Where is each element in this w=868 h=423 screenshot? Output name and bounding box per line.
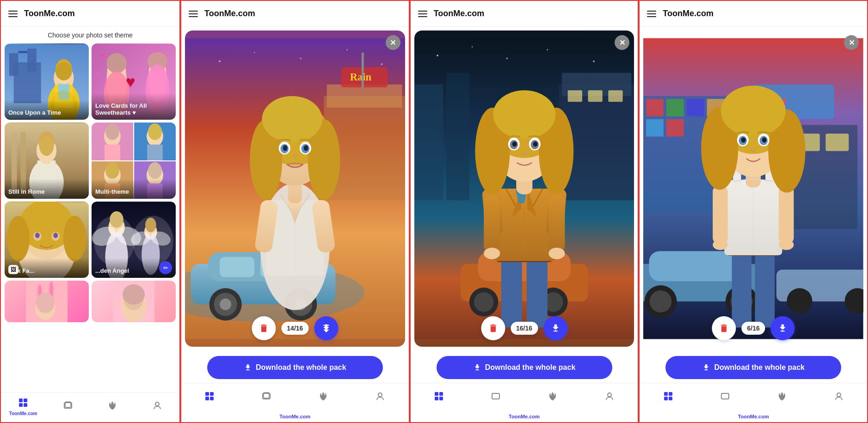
theme-label-multi: Multi-theme (92, 179, 176, 199)
svg-rect-150 (446, 73, 469, 200)
svg-rect-138 (210, 397, 214, 400)
app-title-1: ToonMe.com (24, 9, 75, 18)
theme-once-upon-time[interactable]: Once Upon a Time (5, 43, 89, 120)
theme-row-1: Once Upon a Time ♥ ♥ ♥ ♥ (5, 43, 176, 120)
svg-point-127 (262, 96, 322, 142)
nav-gallery-3[interactable] (411, 391, 468, 405)
delete-btn-3[interactable] (481, 316, 505, 340)
download-single-btn-2[interactable] (314, 316, 338, 340)
svg-rect-193 (439, 397, 443, 400)
fire-icon-3 (548, 391, 558, 404)
theme-multi[interactable]: Multi-theme (92, 123, 176, 199)
svg-rect-199 (666, 99, 684, 116)
nav-cards-3[interactable] (468, 391, 524, 405)
svg-point-52 (148, 162, 162, 178)
theme-love-cards[interactable]: ♥ ♥ ♥ ♥ ♥ (92, 43, 176, 120)
svg-point-228 (713, 239, 728, 250)
nav-gallery-2[interactable] (181, 391, 238, 405)
svg-point-143 (437, 55, 438, 56)
download-single-btn-3[interactable] (543, 316, 567, 340)
profile-icon-1 (152, 400, 162, 413)
nav-profile-3[interactable] (581, 391, 638, 405)
header-4: ToonMe.com (640, 1, 867, 27)
gallery-icon-3 (434, 391, 444, 404)
nav-gallery-4[interactable] (640, 391, 696, 405)
svg-point-37 (39, 136, 54, 156)
svg-rect-149 (414, 85, 443, 200)
nav-fire-2[interactable] (295, 391, 352, 405)
nav-profile-4[interactable] (810, 391, 867, 405)
download-area-3: Download the whole pack (411, 350, 638, 383)
hamburger-menu[interactable] (8, 11, 18, 17)
svg-rect-210 (826, 134, 849, 151)
svg-point-21 (106, 53, 126, 73)
nav-cards-2[interactable] (238, 391, 295, 405)
svg-point-141 (378, 393, 382, 397)
theme-folk[interactable]: Folk Fa... 🖼 (5, 202, 89, 278)
svg-text:♥: ♥ (101, 51, 105, 59)
theme-rome[interactable]: Still in Rome (5, 123, 89, 199)
close-btn-4[interactable]: ✕ (844, 35, 859, 50)
bottom-nav-4 (640, 383, 867, 413)
hamburger-4[interactable] (647, 11, 656, 17)
svg-rect-191 (439, 392, 443, 396)
nav-cards-4[interactable] (696, 391, 753, 405)
bottom-nav-3 (411, 383, 638, 413)
app-title-3: ToonMe.com (434, 9, 485, 18)
hamburger-3[interactable] (418, 11, 427, 17)
panel-4: ToonMe.com (639, 0, 868, 423)
panel-3: ToonMe.com (410, 0, 639, 423)
svg-rect-109 (220, 257, 254, 277)
download-pack-btn-2[interactable]: Download the whole pack (207, 356, 383, 379)
footer-label-2: ToonMe.com (181, 413, 409, 422)
bottom-nav-1: ToonMe.com (1, 392, 179, 422)
hamburger-2[interactable] (189, 11, 198, 17)
header-1: ToonMe.com (1, 1, 179, 27)
svg-rect-246 (669, 397, 672, 400)
svg-rect-204 (666, 119, 684, 137)
delete-btn-4[interactable] (712, 316, 736, 340)
svg-rect-2 (9, 53, 18, 76)
nav-fire-1[interactable] (90, 400, 135, 414)
delete-btn-2[interactable] (252, 316, 276, 340)
edit-badge[interactable]: ✏ (159, 261, 172, 274)
svg-point-248 (837, 393, 841, 397)
svg-point-147 (593, 61, 595, 62)
header-2: ToonMe.com (181, 1, 409, 27)
bottom-nav-2 (181, 383, 409, 413)
theme-row-3: Folk Fa... 🖼 (5, 202, 176, 278)
fire-icon-4 (777, 391, 787, 404)
controls-row-2: 14/16 (252, 316, 338, 340)
theme-extra[interactable] (92, 281, 176, 322)
download-single-btn-4[interactable] (771, 316, 795, 340)
nav-fire-4[interactable] (753, 391, 810, 405)
nav-profile-1[interactable] (135, 400, 180, 414)
theme-bunny[interactable] (5, 281, 89, 322)
nav-gallery-1[interactable]: ToonMe.com (1, 398, 46, 416)
theme-chooser-panel: ToonMe.com Choose your photo set theme (0, 0, 180, 423)
footer-label-4: ToonMe.com (640, 413, 867, 422)
download-pack-btn-3[interactable]: Download the whole pack (437, 356, 612, 379)
svg-rect-244 (669, 392, 672, 396)
svg-point-132 (283, 145, 288, 151)
nav-fire-3[interactable] (524, 391, 581, 405)
svg-point-59 (63, 216, 86, 261)
svg-rect-245 (664, 397, 668, 400)
svg-point-11 (55, 62, 72, 80)
nav-cards-1[interactable] (46, 400, 91, 414)
close-btn-2[interactable]: ✕ (386, 35, 400, 50)
svg-rect-190 (435, 392, 438, 396)
svg-rect-91 (24, 403, 27, 407)
svg-point-186 (533, 141, 537, 147)
svg-point-133 (304, 145, 308, 151)
svg-point-145 (506, 57, 508, 59)
nav-profile-2[interactable] (352, 391, 409, 405)
svg-point-48 (105, 162, 119, 178)
theme-angel[interactable]: ...den Angel ✏ (92, 202, 176, 278)
app-title-2: ToonMe.com (204, 9, 255, 18)
svg-point-195 (608, 393, 611, 397)
controls-row-3: 16/16 (481, 316, 567, 340)
svg-point-98 (300, 57, 302, 59)
svg-rect-137 (205, 397, 209, 400)
download-pack-btn-4[interactable]: Download the whole pack (665, 356, 841, 379)
